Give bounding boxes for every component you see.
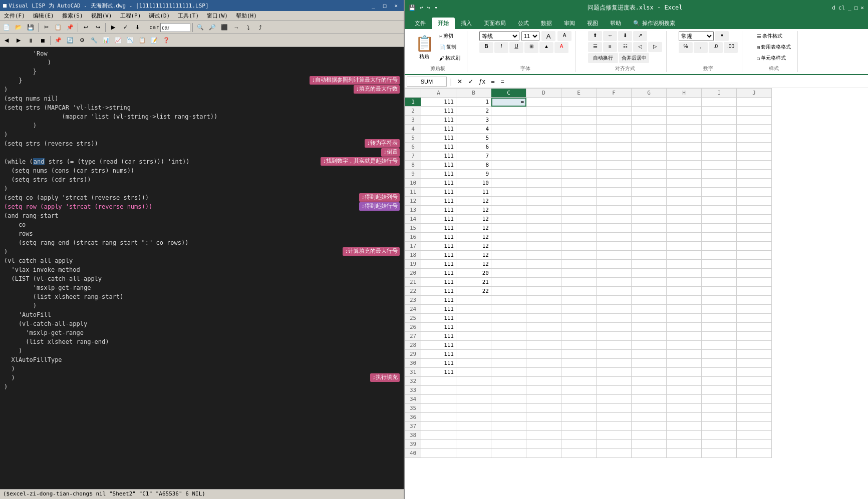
cell-J14[interactable] [737, 215, 772, 224]
cell-E6[interactable] [561, 143, 597, 152]
cell-H20[interactable] [667, 269, 702, 278]
cell-B2[interactable]: 2 [456, 107, 491, 116]
tb2-btn5[interactable]: 📌 [53, 35, 64, 46]
row-header-32[interactable]: 32 [405, 377, 421, 386]
cell-D22[interactable] [526, 287, 561, 296]
cell-H7[interactable] [667, 152, 702, 161]
menu-search[interactable]: 搜索(S) [60, 12, 85, 20]
cell-F27[interactable] [597, 332, 632, 341]
cell-B11[interactable]: 11 [456, 188, 491, 197]
cell-B31[interactable] [456, 368, 491, 377]
cell-D4[interactable] [526, 125, 561, 134]
cell-I31[interactable] [702, 368, 737, 377]
row-header-15[interactable]: 15 [405, 224, 421, 233]
cell-C17[interactable] [491, 242, 526, 251]
cell-A28[interactable]: 111 [421, 341, 456, 350]
find-btn[interactable]: 🔍 [195, 22, 206, 33]
cell-E38[interactable] [561, 431, 597, 440]
cell-I34[interactable] [702, 395, 737, 404]
row-header-36[interactable]: 36 [405, 413, 421, 422]
col-header-c[interactable]: C [491, 89, 526, 98]
maximize-btn[interactable]: □ [380, 3, 390, 9]
cell-C13[interactable] [491, 206, 526, 215]
cell-D29[interactable] [526, 350, 561, 359]
cell-H15[interactable] [667, 224, 702, 233]
cell-D18[interactable] [526, 251, 561, 260]
cell-I14[interactable] [702, 215, 737, 224]
cell-G34[interactable] [632, 395, 667, 404]
save-btn[interactable]: 💾 [25, 22, 36, 33]
cell-C21[interactable] [491, 278, 526, 287]
row-header-18[interactable]: 18 [405, 251, 421, 260]
cell-A3[interactable]: 111 [421, 116, 456, 125]
row-header-17[interactable]: 17 [405, 242, 421, 251]
tab-review[interactable]: 审阅 [558, 18, 581, 29]
cell-H3[interactable] [667, 116, 702, 125]
cell-C7[interactable] [491, 152, 526, 161]
col-header-e[interactable]: E [561, 89, 597, 98]
row-header-1[interactable]: 1 [405, 98, 421, 107]
cell-C20[interactable] [491, 269, 526, 278]
indent-increase-btn[interactable]: ▷ [648, 42, 662, 52]
row-header-8[interactable]: 8 [405, 161, 421, 170]
cell-I11[interactable] [702, 188, 737, 197]
cell-J33[interactable] [737, 386, 772, 395]
check-btn[interactable]: ✓ [120, 22, 131, 33]
cell-G10[interactable] [632, 179, 667, 188]
cell-style-btn[interactable]: ◻单元格样式 [754, 53, 793, 63]
cell-D24[interactable] [526, 305, 561, 314]
cell-C12[interactable] [491, 197, 526, 206]
cell-C1[interactable]: = [491, 98, 526, 107]
close-btn[interactable]: × [391, 3, 401, 9]
cell-D1[interactable] [526, 98, 561, 107]
indent-decrease-btn[interactable]: ◁ [633, 42, 647, 52]
cell-G2[interactable] [632, 107, 667, 116]
cell-F40[interactable] [597, 449, 632, 458]
cell-E14[interactable] [561, 215, 597, 224]
cell-G16[interactable] [632, 233, 667, 242]
cell-C29[interactable] [491, 350, 526, 359]
cell-G9[interactable] [632, 170, 667, 179]
cell-B35[interactable] [456, 404, 491, 413]
cell-I36[interactable] [702, 413, 737, 422]
cell-G35[interactable] [632, 404, 667, 413]
row-header-28[interactable]: 28 [405, 341, 421, 350]
cell-G18[interactable] [632, 251, 667, 260]
cell-F2[interactable] [597, 107, 632, 116]
italic-btn[interactable]: I [494, 42, 508, 53]
fill-color-btn[interactable]: ▲ [539, 42, 553, 53]
cell-G32[interactable] [632, 377, 667, 386]
cell-D19[interactable] [526, 260, 561, 269]
cell-D23[interactable] [526, 296, 561, 305]
cell-G26[interactable] [632, 323, 667, 332]
cell-B34[interactable] [456, 395, 491, 404]
cell-D8[interactable] [526, 161, 561, 170]
cell-B33[interactable] [456, 386, 491, 395]
col-header-d[interactable]: D [526, 89, 561, 98]
cell-I17[interactable] [702, 242, 737, 251]
cell-B28[interactable] [456, 341, 491, 350]
cell-F29[interactable] [597, 350, 632, 359]
cell-A24[interactable]: 111 [421, 305, 456, 314]
row-header-30[interactable]: 30 [405, 359, 421, 368]
align-right-btn[interactable]: ☷ [618, 42, 632, 52]
cell-E1[interactable] [561, 98, 597, 107]
cell-D13[interactable] [526, 206, 561, 215]
cell-D27[interactable] [526, 332, 561, 341]
cell-E23[interactable] [561, 296, 597, 305]
cell-F1[interactable] [597, 98, 632, 107]
align-middle-btn[interactable]: ↔ [603, 31, 617, 41]
cell-B16[interactable]: 12 [456, 233, 491, 242]
cell-A11[interactable]: 111 [421, 188, 456, 197]
cell-I10[interactable] [702, 179, 737, 188]
cell-F39[interactable] [597, 440, 632, 449]
inspect-btn[interactable]: 🔎 [207, 22, 218, 33]
percent-btn[interactable]: % [679, 42, 693, 53]
tb2-btn11[interactable]: 📉 [125, 35, 136, 46]
cell-B1[interactable]: 1 [456, 98, 491, 107]
cell-F28[interactable] [597, 341, 632, 350]
cell-C5[interactable] [491, 134, 526, 143]
cell-E10[interactable] [561, 179, 597, 188]
step-over-btn[interactable]: ⤵ [243, 22, 254, 33]
cell-D15[interactable] [526, 224, 561, 233]
